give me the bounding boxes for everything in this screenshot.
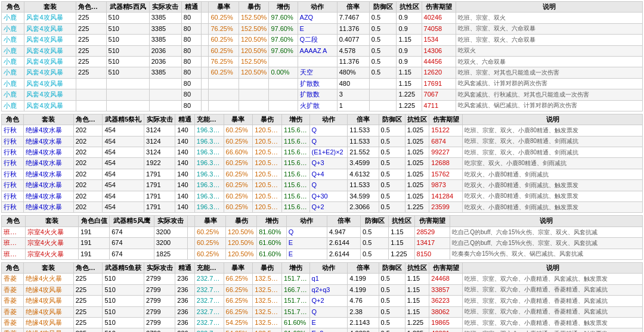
table-cell: Q+2 — [309, 202, 348, 213]
table-cell: 火扩散 — [298, 100, 337, 111]
table-cell — [369, 100, 397, 111]
table-cell: 60.25% — [194, 238, 225, 249]
table-cell: 81.60% — [257, 226, 287, 237]
s2-col-suit: 套装 — [24, 114, 74, 125]
s4-col-note: 说明 — [463, 262, 643, 273]
table-cell: 4.76 — [348, 296, 379, 306]
table-cell: 196.30% — [194, 202, 224, 213]
table-cell: 2036 — [149, 45, 181, 56]
table-cell: 60.25% — [224, 191, 253, 201]
s4-col-res: 抗性区 — [405, 262, 429, 273]
s2-col-em: 精通 — [175, 114, 195, 125]
s3-col-mult: 倍率 — [327, 216, 361, 226]
table-cell: 66.25% — [224, 274, 253, 284]
table-cell: 674 — [110, 249, 154, 259]
table-cell: q2+q3 — [309, 284, 348, 295]
table-cell: 61.60% — [257, 238, 287, 249]
table-cell: 54.25% — [224, 328, 253, 332]
table-cell: 香菱 — [2, 317, 24, 328]
table-cell: 2.38 — [348, 306, 379, 317]
s3-col-bonus: 增伤 — [257, 216, 287, 226]
table-cell: 115.68% — [282, 125, 309, 136]
table-cell: 风套4攻风暴 — [24, 35, 76, 45]
table-cell: 0.5 — [379, 147, 405, 158]
table-cell: 1.225 — [389, 249, 414, 259]
table-cell: 510 — [106, 13, 149, 23]
table-cell: 行秋 — [2, 147, 24, 158]
table-cell: 绝缘4攻水暴 — [24, 158, 74, 169]
table-cell: 66.60% — [224, 147, 253, 158]
col-role: 角色 — [2, 2, 24, 13]
table-cell: 191 — [79, 238, 110, 249]
table-cell: 1825 — [154, 249, 187, 259]
table-cell: 80 — [181, 100, 202, 111]
table-cell: Q+4 — [309, 169, 348, 179]
table-cell: 151.78% — [282, 296, 309, 306]
table-cell: 225 — [73, 296, 103, 306]
table-cell: 225 — [73, 317, 103, 328]
table-cell: 454 — [103, 158, 144, 169]
table-cell: 674 — [110, 226, 154, 237]
table-cell: 80 — [181, 23, 202, 34]
table-cell: 60.25% — [209, 45, 239, 56]
table-cell: 1.15 — [405, 274, 429, 284]
table-cell: 11.533 — [348, 125, 379, 136]
table-cell: 班尼特 — [2, 226, 26, 237]
table-cell: 151.78% — [282, 274, 309, 284]
table-cell: 香菱 — [2, 296, 24, 306]
table-cell: 225 — [76, 23, 107, 34]
table-cell: 1.15 — [389, 226, 414, 237]
table-cell: 绝缘4火火暴 — [24, 274, 74, 284]
table-cell: 80 — [181, 89, 202, 100]
table-cell: 28529 — [414, 226, 450, 237]
table-cell: 吃风套减抗、行秋减抗、对其也只能造成一次伤害 — [456, 89, 643, 100]
table-row: 班尼特宗室4火火暴191674320060.25%120.50%61.60%E2… — [2, 238, 643, 249]
table-cell: 1.15 — [405, 296, 429, 306]
table-cell: 吃风套减抗、计算对群的两次伤害 — [456, 78, 643, 89]
table-cell: 225 — [76, 67, 107, 78]
table-cell: 115.68% — [282, 158, 309, 169]
table-cell: 3 — [337, 89, 369, 100]
table-cell: 1.025 — [405, 158, 429, 169]
table-cell: 行秋 — [2, 158, 24, 169]
table-cell — [369, 78, 397, 89]
table-cell: 132.50% — [253, 317, 282, 328]
col-cr: 暴率 — [209, 2, 239, 13]
table-cell: 吃班、宗室、双六命、小鹿精通、风套减抗、触发票发 — [463, 274, 643, 284]
table-cell: 12620 — [422, 67, 456, 78]
table-cell: 行秋 — [2, 191, 24, 201]
table-cell: 0.5 — [360, 226, 388, 237]
table-cell: 33857 — [429, 284, 463, 295]
table-cell: 60.25% — [209, 67, 239, 78]
s2-col-base: 角色白值 — [73, 114, 103, 125]
table-cell: 225 — [76, 45, 107, 56]
table-cell: 202 — [73, 191, 103, 201]
table-cell: 454 — [103, 125, 144, 136]
table-cell: Q — [309, 136, 348, 147]
table-cell: 510 — [103, 306, 144, 317]
table-cell: 510 — [106, 35, 149, 45]
table-cell: 2.3066 — [348, 202, 379, 213]
col-suit: 套装 — [24, 2, 76, 13]
table-cell: 80 — [181, 56, 202, 67]
table-cell: 115.68% — [282, 169, 309, 179]
table-cell: 152.50% — [239, 13, 269, 23]
table-cell: 141284 — [429, 191, 463, 201]
table-cell: 480 — [337, 78, 369, 89]
table-cell: 510 — [103, 296, 144, 306]
s4-col-def: 防御区 — [379, 262, 405, 273]
s4-col-cr: 暴率 — [224, 262, 253, 273]
table-cell: 绝缘4攻风暴 — [24, 328, 74, 332]
table-cell: E — [286, 249, 327, 259]
table-cell — [106, 78, 149, 89]
table-cell: 1.225 — [405, 328, 429, 332]
table-cell — [76, 89, 107, 100]
s4-col-exp: 伤害期望 — [429, 262, 463, 273]
table-cell: 140 — [175, 180, 195, 191]
table-cell: 8150 — [414, 249, 450, 259]
table-cell: 吃班、宗室、双火、小鹿80精通、剑雨减抗 — [463, 136, 643, 147]
table-cell: 3124 — [144, 136, 175, 147]
table-cell: 2799 — [144, 284, 175, 295]
table-cell: 绝缘4攻水暴 — [24, 147, 74, 158]
table-cell: 14306 — [422, 45, 456, 56]
